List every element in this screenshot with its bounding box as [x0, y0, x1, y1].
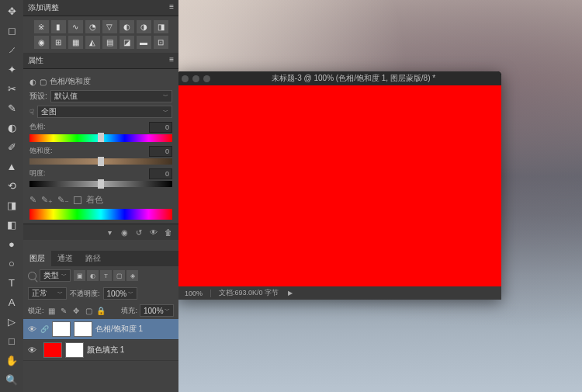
eyedropper-plus-icon[interactable]: ✎₊ [41, 195, 53, 205]
lock-trans-icon[interactable]: ▦ [47, 306, 57, 316]
filter-pixel-icon[interactable]: ▣ [74, 270, 85, 281]
layer-row[interactable]: 👁 🔗 色相/饱和度 1 [23, 319, 178, 340]
brush-tool-icon[interactable]: ✐ [3, 138, 20, 155]
layer-thumbnail[interactable] [43, 342, 62, 358]
threshold-icon[interactable]: ◪ [120, 36, 134, 49]
range-dropdown[interactable]: 全图 [37, 106, 172, 118]
search-icon[interactable] [28, 272, 36, 280]
text-tool-icon[interactable]: A [3, 293, 20, 310]
lightness-slider[interactable] [29, 181, 172, 187]
pen-tool-icon[interactable]: T [3, 274, 20, 291]
kind-dropdown[interactable]: 类型 [40, 269, 71, 282]
preset-dropdown[interactable]: 默认值 [50, 90, 172, 102]
adjustments-header[interactable]: 添加调整 ≡ [23, 0, 178, 16]
history-brush-icon[interactable]: ⟲ [3, 177, 20, 194]
filter-smart-icon[interactable]: ◈ [126, 270, 138, 281]
colorize-label: 着色 [86, 194, 103, 206]
finger-icon[interactable]: ☟ [29, 108, 34, 116]
shape-tool-icon[interactable]: □ [3, 332, 20, 349]
fill-field[interactable]: 100% [140, 304, 174, 317]
reset-icon[interactable]: ↺ [133, 227, 145, 238]
tab-layers[interactable]: 图层 [23, 251, 51, 266]
lock-nest-icon[interactable]: ▢ [84, 306, 94, 316]
gradient-tool-icon[interactable]: ◧ [3, 216, 20, 233]
eyedropper-icon[interactable]: ✎ [29, 195, 36, 205]
eraser-tool-icon[interactable]: ◨ [3, 196, 20, 213]
zoom-level[interactable]: 100% [177, 290, 211, 297]
hue-slider[interactable] [29, 134, 172, 142]
properties-header[interactable]: 属性 ≡ [23, 53, 178, 69]
layer-thumbnail[interactable] [52, 321, 71, 337]
canvas[interactable] [177, 85, 501, 286]
tab-channels[interactable]: 通道 [51, 251, 79, 266]
curves-icon[interactable]: ∿ [68, 20, 83, 33]
trash-icon[interactable]: 🗑 [162, 227, 175, 238]
bw-icon[interactable]: ◨ [154, 20, 168, 33]
lookup-icon[interactable]: ▦ [68, 36, 83, 49]
heal-tool-icon[interactable]: ◐ [3, 119, 20, 136]
link-icon[interactable]: 🔗 [40, 325, 49, 333]
maximize-icon[interactable] [203, 75, 210, 82]
panel-menu-icon[interactable]: ≡ [169, 2, 174, 13]
hand-tool-icon[interactable]: ✋ [3, 352, 20, 369]
mask-thumbnail[interactable] [74, 321, 92, 337]
lock-pos-icon[interactable]: ✥ [71, 306, 81, 316]
lightness-value[interactable]: 0 [149, 168, 172, 179]
mask-thumbnail[interactable] [65, 342, 84, 358]
layer-name[interactable]: 颜色填充 1 [87, 345, 124, 356]
vibrance-icon[interactable]: ▽ [102, 20, 117, 33]
invert-icon[interactable]: ◭ [85, 36, 100, 49]
path-tool-icon[interactable]: ▷ [3, 313, 20, 330]
hue-range-bar[interactable] [29, 209, 172, 220]
brightness-icon[interactable]: ※ [34, 20, 49, 33]
slider-thumb[interactable] [98, 179, 104, 189]
doc-info[interactable]: 文档:693.0K/0 字节 [211, 288, 286, 298]
tab-paths[interactable]: 路径 [79, 251, 107, 266]
saturation-value[interactable]: 0 [149, 146, 172, 157]
layer-row[interactable]: 👁 颜色填充 1 [23, 340, 178, 361]
opacity-field[interactable]: 100% [103, 287, 137, 300]
filter-text-icon[interactable]: T [100, 270, 112, 281]
gradmap-icon[interactable]: ▬ [137, 36, 151, 49]
selcolor-icon[interactable]: ⊡ [154, 36, 168, 49]
saturation-slider[interactable] [29, 158, 172, 165]
hue-value[interactable]: 0 [149, 122, 172, 133]
visibility-icon[interactable]: 👁 [26, 324, 37, 334]
clip-icon[interactable]: ▾ [103, 227, 116, 238]
colorize-checkbox[interactable] [74, 196, 81, 204]
titlebar[interactable]: 未标题-3 @ 100% (色相/饱和度 1, 图层蒙版/8) * [177, 71, 501, 85]
lasso-tool-icon[interactable]: ⟋ [3, 41, 20, 58]
lock-paint-icon[interactable]: ✎ [59, 306, 69, 316]
zoom-tool-icon[interactable]: 🔍 [3, 371, 20, 388]
hue-sat-icon[interactable]: ◐ [120, 20, 134, 33]
stamp-tool-icon[interactable]: ▲ [3, 158, 20, 175]
chevron-right-icon[interactable]: ▶ [288, 290, 293, 297]
panel-menu-icon[interactable]: ≡ [169, 55, 174, 66]
move-tool-icon[interactable]: ✥ [3, 2, 20, 19]
blend-mode-dropdown[interactable]: 正常 [28, 287, 67, 300]
filter-adj-icon[interactable]: ◐ [87, 270, 99, 281]
photo-filter-icon[interactable]: ◉ [34, 36, 49, 49]
colbal-icon[interactable]: ◑ [137, 20, 151, 33]
prev-icon[interactable]: ◉ [118, 227, 130, 238]
crop-tool-icon[interactable]: ✂ [3, 80, 20, 97]
filter-shape-icon[interactable]: ▢ [113, 270, 125, 281]
lock-all-icon[interactable]: 🔒 [96, 306, 106, 316]
levels-icon[interactable]: ▮ [51, 20, 66, 33]
marquee-tool-icon[interactable]: ◻ [3, 22, 20, 39]
slider-thumb[interactable] [98, 133, 104, 142]
minimize-icon[interactable] [192, 75, 199, 82]
blur-tool-icon[interactable]: ● [3, 235, 20, 252]
eye-icon[interactable]: 👁 [147, 227, 160, 238]
exposure-icon[interactable]: ◔ [85, 20, 100, 33]
wand-tool-icon[interactable]: ✦ [3, 61, 20, 78]
slider-thumb[interactable] [98, 157, 104, 166]
eyedropper-tool-icon[interactable]: ✎ [3, 99, 20, 116]
poster-icon[interactable]: ▤ [102, 36, 117, 49]
close-icon[interactable] [182, 75, 189, 82]
dodge-tool-icon[interactable]: ○ [3, 255, 20, 272]
layer-name[interactable]: 色相/饱和度 1 [95, 324, 143, 335]
chmix-icon[interactable]: ⊞ [51, 36, 66, 49]
visibility-icon[interactable]: 👁 [26, 345, 37, 355]
eyedropper-minus-icon[interactable]: ✎₋ [57, 195, 69, 205]
